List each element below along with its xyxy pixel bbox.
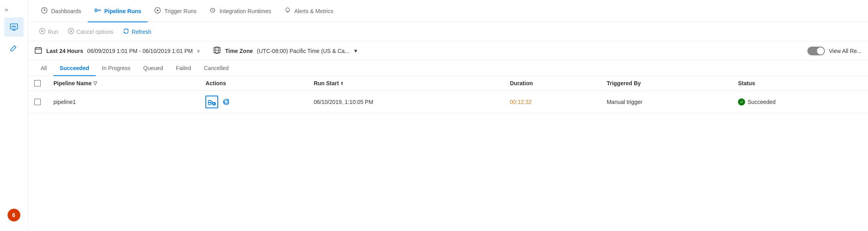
- status-tab-failed[interactable]: Failed: [170, 61, 197, 76]
- cancel-options-icon: [68, 28, 74, 35]
- row-triggered-by: Manual trigger: [600, 91, 732, 114]
- svg-rect-3: [95, 9, 97, 10]
- tab-integration-runtimes[interactable]: Integration Runtimes: [203, 0, 277, 22]
- duration-value: 00:12:32: [510, 99, 532, 105]
- row-checkbox[interactable]: [34, 99, 41, 105]
- run-icon: [39, 28, 45, 35]
- tab-pipeline-runs-label: Pipeline Runs: [105, 8, 142, 14]
- svg-marker-9: [41, 30, 44, 32]
- run-button[interactable]: Run: [34, 25, 63, 38]
- tab-alerts-metrics[interactable]: Alerts & Metrics: [278, 0, 340, 22]
- svg-rect-18: [208, 100, 211, 102]
- timezone-filter[interactable]: Time Zone (UTC-08:00) Pacific Time (US &…: [213, 46, 358, 55]
- calendar-icon: [34, 46, 42, 55]
- sidebar-toggle[interactable]: »: [2, 3, 11, 16]
- row-checkbox-cell: [28, 91, 47, 114]
- tab-integration-runtimes-label: Integration Runtimes: [219, 8, 271, 14]
- date-filter-range: 06/09/2019 1:01 PM - 06/10/2019 1:01 PM: [87, 48, 193, 54]
- status-tab-in-progress[interactable]: In Progress: [96, 61, 137, 76]
- rerun-button[interactable]: [220, 96, 233, 108]
- sidebar: » 6: [0, 0, 28, 231]
- trigger-runs-icon: [154, 7, 161, 16]
- row-run-start: 06/10/2019, 1:10:05 PM: [307, 91, 503, 114]
- status-text: Succeeded: [748, 99, 775, 105]
- timezone-value: (UTC-08:00) Pacific Time (US & Ca...: [257, 48, 349, 54]
- toggle-switch[interactable]: [807, 47, 825, 55]
- tab-trigger-runs[interactable]: Trigger Runs: [148, 0, 203, 22]
- refresh-button[interactable]: Refresh: [118, 25, 156, 38]
- svg-rect-5: [99, 10, 101, 11]
- filter-bar: Last 24 Hours 06/09/2019 1:01 PM - 06/10…: [28, 41, 868, 61]
- svg-rect-19: [208, 103, 211, 105]
- sidebar-item-alerts[interactable]: 6: [4, 206, 24, 225]
- row-duration: 00:12:32: [503, 91, 600, 114]
- pipeline-runs-icon: [94, 7, 101, 16]
- tab-trigger-runs-label: Trigger Runs: [164, 8, 196, 14]
- sidebar-item-edit[interactable]: [4, 38, 24, 57]
- date-filter-chevron: ∨: [197, 48, 200, 54]
- row-pipeline-name[interactable]: pipeline1: [47, 91, 199, 114]
- date-filter[interactable]: Last 24 Hours 06/09/2019 1:01 PM - 06/10…: [34, 46, 200, 55]
- status-tab-queued[interactable]: Queued: [137, 61, 170, 76]
- tab-dashboards-label: Dashboards: [51, 8, 81, 14]
- globe-icon: [213, 46, 221, 55]
- run-label: Run: [48, 29, 58, 35]
- col-status: Status: [732, 76, 868, 91]
- timezone-chevron: ▼: [353, 48, 358, 54]
- select-all-checkbox[interactable]: [34, 80, 41, 86]
- view-all-toggle: View All Re...: [807, 47, 862, 55]
- success-icon: ✓: [738, 98, 745, 106]
- svg-marker-7: [157, 9, 159, 11]
- col-checkbox: [28, 76, 47, 91]
- svg-point-2: [44, 10, 45, 11]
- cancel-options-button[interactable]: Cancel options: [63, 25, 118, 38]
- timezone-label: Time Zone: [225, 48, 253, 54]
- col-run-start[interactable]: Run Start ⇕: [307, 76, 503, 91]
- col-duration: Duration: [503, 76, 600, 91]
- toolbar: Run Cancel options Refres: [28, 22, 868, 41]
- view-run-button[interactable]: [205, 96, 218, 108]
- run-start-sort-icon: ⇕: [340, 81, 343, 86]
- tab-pipeline-runs[interactable]: Pipeline Runs: [88, 0, 148, 22]
- pipeline-runs-table: Pipeline Name ▽ Actions Run Start ⇕: [28, 76, 868, 114]
- top-nav: Dashboards Pipeline Runs: [28, 0, 868, 22]
- tab-alerts-metrics-label: Alerts & Metrics: [294, 8, 333, 14]
- monitor-icon: [9, 22, 19, 32]
- toggle-label: View All Re...: [829, 48, 862, 54]
- table-header-row: Pipeline Name ▽ Actions Run Start ⇕: [28, 76, 868, 91]
- view-run-icon: [208, 98, 216, 106]
- status-tab-succeeded[interactable]: Succeeded: [53, 61, 96, 76]
- integration-runtimes-icon: [209, 7, 216, 16]
- col-pipeline-name[interactable]: Pipeline Name ▽: [47, 76, 199, 91]
- main-content: Dashboards Pipeline Runs: [28, 0, 868, 231]
- tab-dashboards[interactable]: Dashboards: [34, 0, 88, 22]
- date-filter-label: Last 24 Hours: [46, 48, 83, 54]
- status-tabs: All Succeeded In Progress Queued Failed …: [28, 61, 868, 76]
- sidebar-item-monitor[interactable]: [4, 18, 24, 37]
- cancel-options-label: Cancel options: [77, 29, 114, 35]
- pipeline-name-filter-icon: ▽: [93, 80, 97, 86]
- alerts-metrics-icon: [284, 7, 291, 16]
- status-tab-all[interactable]: All: [34, 61, 53, 76]
- table-container: Pipeline Name ▽ Actions Run Start ⇕: [28, 76, 868, 231]
- dashboards-icon: [41, 7, 48, 16]
- col-triggered-by: Triggered By: [600, 76, 732, 91]
- alert-badge: 6: [8, 209, 20, 221]
- edit-icon: [9, 43, 19, 53]
- table-row: pipeline1: [28, 91, 868, 114]
- status-tab-cancelled[interactable]: Cancelled: [197, 61, 235, 76]
- rerun-icon: [222, 98, 230, 106]
- refresh-label: Refresh: [132, 29, 151, 35]
- svg-rect-15: [35, 48, 41, 53]
- col-actions: Actions: [199, 76, 307, 91]
- row-actions: [199, 91, 307, 114]
- row-status: ✓ Succeeded: [732, 91, 868, 114]
- svg-rect-0: [10, 24, 18, 29]
- refresh-icon: [123, 28, 129, 35]
- svg-rect-4: [95, 10, 97, 12]
